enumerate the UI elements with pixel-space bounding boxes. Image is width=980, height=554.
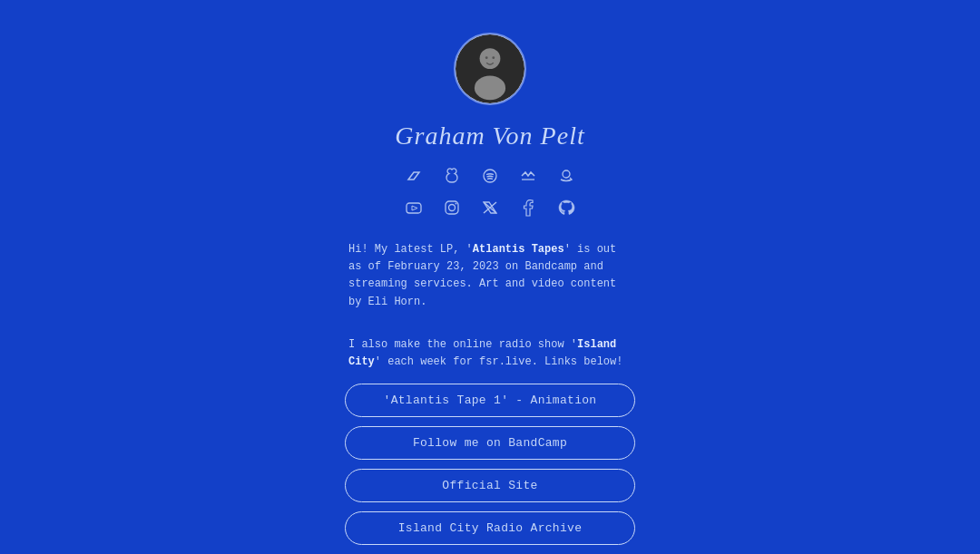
- main-container: Graham Von Pelt: [345, 18, 635, 554]
- svg-marker-5: [408, 172, 419, 180]
- social-icons-row1: [403, 165, 577, 190]
- amazon-icon[interactable]: [555, 165, 577, 190]
- twitter-icon[interactable]: [479, 197, 501, 221]
- svg-marker-9: [412, 206, 417, 210]
- svg-point-7: [563, 170, 570, 178]
- avatar: [454, 33, 526, 105]
- github-icon[interactable]: [555, 197, 577, 221]
- bio-paragraph2: I also make the online radio show 'Islan…: [345, 336, 635, 371]
- instagram-icon[interactable]: [441, 197, 463, 221]
- svg-point-2: [475, 76, 505, 101]
- svg-point-3: [485, 56, 488, 59]
- svg-point-1: [480, 48, 501, 69]
- radio-archive-button[interactable]: Island City Radio Archive: [345, 511, 635, 545]
- profile-name: Graham Von Pelt: [395, 121, 584, 151]
- lastfm-icon[interactable]: [517, 165, 539, 190]
- youtube-icon[interactable]: [403, 197, 425, 221]
- atlantis-tape-button[interactable]: 'Atlantis Tape 1' - Animation: [345, 384, 635, 417]
- bandcamp-follow-button[interactable]: Follow me on BandCamp: [345, 426, 635, 460]
- svg-point-12: [456, 203, 457, 205]
- spotify-icon[interactable]: [479, 165, 501, 190]
- social-icons-row2: [403, 197, 577, 221]
- svg-rect-8: [407, 203, 421, 213]
- apple-music-icon[interactable]: [441, 165, 463, 190]
- svg-point-4: [492, 56, 495, 59]
- svg-point-11: [449, 205, 456, 211]
- bio-paragraph1: Hi! My latest LP, 'Atlantis Tapes' is ou…: [345, 241, 635, 311]
- official-site-button[interactable]: Official Site: [345, 469, 635, 502]
- avatar-wrapper: [454, 33, 526, 105]
- facebook-icon[interactable]: [517, 197, 539, 221]
- bandcamp-icon[interactable]: [403, 165, 425, 190]
